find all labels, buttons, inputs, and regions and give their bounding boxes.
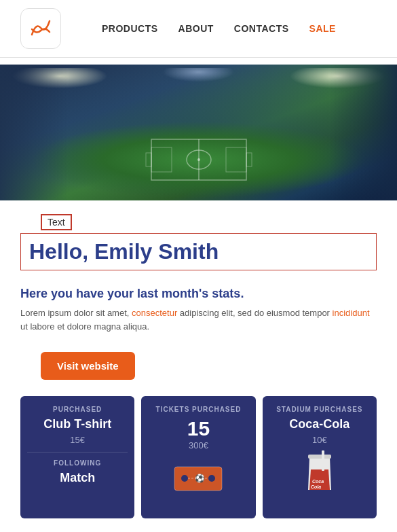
card-stadium-label: STADIUM PURCHASES	[269, 406, 370, 413]
svg-point-11	[208, 475, 215, 482]
svg-text:Cola: Cola	[311, 484, 321, 489]
header: PRODUCTS ABOUT CONTACTS SALE	[0, 0, 397, 58]
logo-icon	[28, 16, 54, 41]
hero-banner	[0, 65, 397, 200]
svg-rect-15	[322, 450, 324, 471]
card-purchased: PURCHASED Club T-shirt 15€ FOLLOWING Mat…	[20, 396, 134, 518]
visit-website-button[interactable]: Visit website	[41, 352, 135, 380]
svg-text:⚽: ⚽	[195, 473, 205, 483]
nav-sale[interactable]: SALE	[309, 23, 336, 34]
nav-contacts[interactable]: CONTACTS	[234, 23, 289, 34]
nav-about[interactable]: ABOUT	[178, 23, 214, 34]
svg-rect-6	[146, 153, 151, 166]
card-following-title: Match	[27, 471, 128, 486]
svg-point-10	[181, 475, 188, 482]
svg-point-3	[197, 158, 200, 161]
greeting-section: Hello, Emily Smith	[0, 230, 397, 277]
svg-rect-14	[308, 455, 331, 459]
card-purchased-price: 15€	[27, 435, 128, 445]
stats-title: Here you have your last month's stats.	[20, 287, 377, 301]
svg-text:Coca: Coca	[312, 479, 324, 484]
card-tickets-number: 15	[148, 417, 248, 440]
card-purchased-label: PURCHASED	[27, 406, 128, 413]
card-following-label: FOLLOWING	[27, 459, 128, 467]
text-badge: Text	[41, 214, 72, 230]
card-tickets: TICKETS PURCHASED 15 300€ ⚽	[141, 396, 255, 518]
stats-description: Lorem ipsum dolor sit amet, consectetur …	[20, 306, 377, 333]
ticket-icon: ⚽	[171, 460, 225, 497]
cola-cup-icon: Coca Cola	[303, 450, 337, 495]
svg-rect-4	[151, 147, 172, 172]
ticket-icon-area: ⚽	[148, 455, 248, 502]
card-purchased-title: Club T-shirt	[27, 417, 128, 432]
nav-products[interactable]: PRODUCTS	[102, 23, 158, 34]
incididunt-link[interactable]: incididunt	[333, 308, 370, 318]
stats-section: Here you have your last month's stats. L…	[0, 277, 397, 342]
cards-section: PURCHASED Club T-shirt 15€ FOLLOWING Mat…	[0, 389, 397, 525]
svg-rect-7	[246, 153, 252, 166]
greeting-box: Hello, Emily Smith	[20, 233, 377, 270]
card-tickets-label: TICKETS PURCHASED	[148, 406, 248, 413]
nav-menu: PRODUCTS ABOUT CONTACTS SALE	[102, 23, 336, 34]
field-lines-svg	[138, 132, 260, 187]
card-divider-1	[27, 452, 128, 453]
card-stadium: STADIUM PURCHASES Coca-Cola 10€ Coca Col…	[263, 396, 377, 518]
svg-rect-5	[226, 147, 246, 172]
card-stadium-title: Coca-Cola	[269, 417, 370, 432]
greeting-name: Hello, Emily Smith	[29, 239, 219, 264]
logo	[20, 8, 61, 49]
card-tickets-price: 300€	[148, 440, 248, 450]
consectetur-link[interactable]: consectetur	[132, 308, 177, 318]
cola-cup-area: Coca Cola	[269, 449, 370, 497]
card-stadium-price: 10€	[269, 435, 370, 445]
